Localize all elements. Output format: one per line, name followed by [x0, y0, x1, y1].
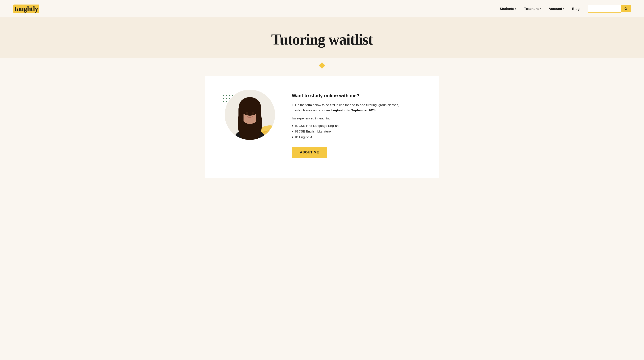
nav-blog[interactable]: Blog — [572, 7, 580, 11]
search-input[interactable] — [588, 5, 621, 12]
page-title: Tutoring waitlist — [7, 31, 637, 48]
teaching-item-text: IB English A — [295, 135, 312, 139]
nav-teachers[interactable]: Teachers ▾ — [524, 7, 540, 11]
nav-account-label: Account — [549, 7, 562, 11]
svg-point-0 — [625, 7, 627, 9]
svg-point-12 — [246, 112, 248, 115]
teaching-list: IGCSE First Language English IGCSE Engli… — [292, 123, 419, 140]
description-bold: beginning in September 2024. — [332, 109, 376, 112]
chevron-down-icon: ▾ — [563, 8, 564, 10]
main-nav: Students ▾ Teachers ▾ Account ▾ Blog — [500, 5, 630, 12]
about-me-label: ABOUT ME — [300, 151, 319, 154]
dot — [232, 95, 233, 96]
search-icon — [624, 7, 628, 10]
dot — [223, 95, 224, 96]
svg-line-1 — [626, 9, 628, 10]
nav-students[interactable]: Students ▾ — [500, 7, 516, 11]
main-content: Want to study online with me? Fill in th… — [204, 76, 440, 178]
header: taughtly Students ▾ Teachers ▾ Account ▾… — [0, 0, 644, 17]
dot — [229, 98, 230, 99]
teaching-label: I'm experienced in teaching: — [292, 117, 419, 120]
bullet-icon — [292, 131, 293, 132]
dot — [223, 101, 224, 102]
dot — [223, 98, 224, 99]
list-item: IGCSE English Literature — [292, 129, 419, 134]
diamond-separator — [0, 63, 644, 68]
nav-students-label: Students — [500, 7, 514, 11]
site-logo[interactable]: taughtly — [14, 5, 39, 13]
profile-image — [225, 90, 275, 140]
hero-section: Tutoring waitlist — [0, 17, 644, 58]
content-description: Fill in the form below to be first in li… — [292, 102, 412, 113]
content-subtitle: Want to study online with me? — [292, 93, 419, 98]
svg-point-13 — [252, 112, 254, 115]
search-button[interactable] — [621, 5, 630, 12]
svg-rect-10 — [238, 106, 244, 127]
list-item: IGCSE First Language English — [292, 123, 419, 129]
dot — [229, 95, 230, 96]
chevron-down-icon: ▾ — [515, 8, 516, 10]
nav-teachers-label: Teachers — [524, 7, 538, 11]
tutor-avatar — [225, 90, 275, 140]
nav-blog-label: Blog — [572, 7, 580, 11]
about-me-button[interactable]: ABOUT ME — [292, 147, 327, 158]
dot — [226, 101, 227, 102]
teaching-item-text: IGCSE First Language English — [295, 124, 338, 128]
list-item: IB English A — [292, 134, 419, 140]
bullet-icon — [292, 125, 293, 127]
logo-text: taughtly — [14, 4, 39, 13]
bullet-icon — [292, 137, 293, 138]
dot — [226, 98, 227, 99]
search-container — [588, 5, 630, 12]
chevron-down-icon: ▾ — [540, 8, 541, 10]
profile-area — [225, 90, 278, 140]
content-text: Want to study online with me? Fill in th… — [292, 90, 419, 158]
nav-account[interactable]: Account ▾ — [549, 7, 564, 11]
dot — [226, 95, 227, 96]
svg-rect-11 — [256, 106, 261, 123]
teaching-item-text: IGCSE English Literature — [295, 130, 331, 133]
diamond-icon — [319, 62, 325, 69]
